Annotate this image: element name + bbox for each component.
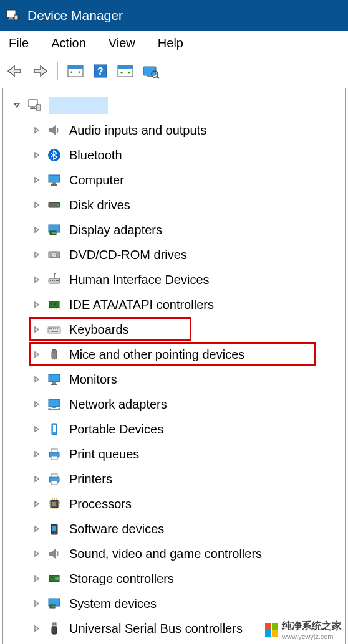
svg-rect-55 <box>49 399 60 407</box>
device-label: Computer <box>69 173 124 187</box>
svg-rect-24 <box>52 182 56 184</box>
watermark-text: 纯净系统之家 <box>282 620 342 633</box>
expander-icon[interactable] <box>32 550 42 557</box>
svg-rect-42 <box>54 303 56 305</box>
svg-rect-54 <box>51 384 57 385</box>
svg-rect-70 <box>52 526 56 531</box>
hid-icon <box>46 271 63 288</box>
device-category-ide[interactable]: IDE ATA/ATAPI controllers <box>4 292 344 317</box>
display-icon <box>46 221 63 239</box>
svg-rect-74 <box>51 577 53 578</box>
expander-icon[interactable] <box>32 376 42 383</box>
device-category-printer[interactable]: WSD Print Provider <box>4 641 344 644</box>
expander-icon[interactable] <box>32 525 42 533</box>
expander-icon[interactable] <box>32 351 42 358</box>
device-category-monitor[interactable]: Computer <box>4 168 344 192</box>
expander-icon[interactable] <box>32 450 42 458</box>
expander-icon[interactable] <box>12 102 22 109</box>
speaker-icon <box>46 545 63 562</box>
svg-rect-11 <box>118 65 133 69</box>
network-icon <box>46 395 63 413</box>
dvd-icon <box>46 246 63 263</box>
help-button[interactable]: ? <box>89 60 112 82</box>
expander-icon[interactable] <box>32 400 42 408</box>
device-category-system[interactable]: System devices <box>4 591 344 616</box>
menu-action[interactable]: Action <box>51 36 86 50</box>
svg-rect-21 <box>36 105 41 110</box>
monitor-icon <box>46 171 63 189</box>
forward-button[interactable] <box>29 60 51 82</box>
expander-icon[interactable] <box>32 226 42 234</box>
device-category-dvd[interactable]: DVD/CD-ROM drives <box>4 242 344 267</box>
svg-rect-37 <box>54 280 55 281</box>
svg-rect-43 <box>48 327 60 333</box>
svg-rect-19 <box>31 107 35 108</box>
device-category-portable[interactable]: Portable Devices <box>4 417 344 442</box>
svg-rect-41 <box>51 303 52 305</box>
svg-rect-60 <box>53 425 56 432</box>
expander-icon[interactable] <box>32 201 42 209</box>
expander-icon[interactable] <box>32 600 42 607</box>
watermark-url: www.ycwyjz.com <box>282 633 342 640</box>
storage-icon <box>46 570 63 587</box>
device-category-network[interactable]: Network adapters <box>4 392 344 417</box>
svg-rect-3 <box>14 15 18 20</box>
device-category-bluetooth[interactable]: Bluetooth <box>4 143 344 168</box>
expander-icon[interactable] <box>32 425 42 433</box>
back-button[interactable] <box>4 60 26 82</box>
svg-point-33 <box>54 254 55 255</box>
svg-rect-48 <box>57 328 58 329</box>
expander-icon[interactable] <box>32 301 42 308</box>
device-category-hid[interactable]: Human Interface Devices <box>4 267 344 292</box>
device-category-display[interactable]: Display adapters <box>4 217 344 242</box>
device-category-monitor2[interactable]: Monitors <box>4 367 344 392</box>
device-label: IDE ATA/ATAPI controllers <box>69 298 214 312</box>
show-hide-console-button[interactable] <box>64 60 87 82</box>
svg-rect-52 <box>49 374 60 382</box>
device-label: Bluetooth <box>69 148 122 163</box>
device-category-speaker[interactable]: Sound, video and game controllers <box>4 541 344 566</box>
device-category-mouse[interactable]: Mice and other pointing devices <box>4 342 344 367</box>
device-category-disk[interactable]: Disk drives <box>4 192 344 217</box>
device-label: DVD/CD-ROM drives <box>69 248 187 262</box>
device-tree[interactable]: Audio inputs and outputsBluetoothCompute… <box>2 88 346 644</box>
svg-rect-30 <box>52 232 56 234</box>
watermark-logo-icon <box>265 623 278 637</box>
expander-icon[interactable] <box>32 326 42 333</box>
scan-hardware-button[interactable] <box>139 60 162 82</box>
mouse-icon <box>46 346 63 363</box>
device-category-speaker[interactable]: Audio inputs and outputs <box>4 118 344 143</box>
menu-help[interactable]: Help <box>158 36 183 50</box>
expander-icon[interactable] <box>32 126 42 134</box>
device-label: Network adapters <box>69 397 167 412</box>
properties-button[interactable] <box>114 60 137 82</box>
expander-icon[interactable] <box>32 475 42 483</box>
monitor2-icon <box>46 371 63 388</box>
expander-icon[interactable] <box>32 151 42 159</box>
device-category-software[interactable]: Software devices <box>4 516 344 541</box>
device-category-printer[interactable]: Printers <box>4 466 344 491</box>
svg-rect-81 <box>55 623 56 625</box>
device-label: Printers <box>69 472 112 486</box>
menu-view[interactable]: View <box>109 36 135 50</box>
device-category-cpu[interactable]: Processors <box>4 491 344 516</box>
expander-icon[interactable] <box>32 500 42 508</box>
svg-point-57 <box>48 408 51 410</box>
svg-rect-46 <box>53 328 54 329</box>
software-icon <box>46 520 63 537</box>
expander-icon[interactable] <box>32 251 42 258</box>
computer-root-icon <box>26 97 43 114</box>
device-category-printer[interactable]: Print queues <box>4 442 344 466</box>
menu-file[interactable]: File <box>9 36 29 50</box>
tree-root[interactable] <box>4 93 344 118</box>
svg-rect-53 <box>52 382 56 384</box>
svg-rect-68 <box>52 502 56 506</box>
expander-icon[interactable] <box>32 176 42 184</box>
device-category-keyboard[interactable]: Keyboards <box>4 317 344 342</box>
device-category-storage[interactable]: Storage controllers <box>4 566 344 591</box>
expander-icon[interactable] <box>32 575 42 582</box>
disk-icon <box>46 196 63 214</box>
svg-rect-65 <box>51 474 57 477</box>
expander-icon[interactable] <box>32 625 42 632</box>
expander-icon[interactable] <box>32 276 42 283</box>
